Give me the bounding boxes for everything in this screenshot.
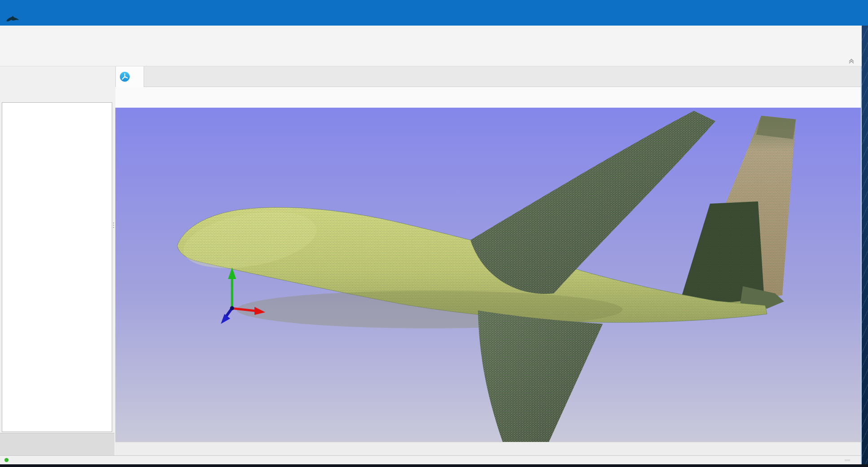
document-tabstrip (115, 66, 862, 87)
cube-icon (5, 438, 19, 451)
viewport-3d[interactable] (115, 108, 862, 442)
project-panel-header (0, 66, 114, 82)
tab-3d-view[interactable] (115, 66, 144, 87)
wing-port (478, 310, 603, 442)
screen-bottom-edge (0, 464, 868, 467)
aircraft-model (115, 108, 862, 442)
tree-filter-toolbar (0, 82, 114, 100)
wing-starboard (470, 111, 715, 294)
panel-resize-grip[interactable] (113, 221, 114, 229)
menubar (0, 12, 868, 26)
statusbar (0, 455, 862, 464)
system-message-bar (115, 442, 862, 455)
viewport-toolbar (115, 87, 862, 108)
project-tree (2, 102, 112, 432)
status-dot-icon (4, 458, 9, 462)
project-panel (0, 66, 114, 455)
3d-axis-icon (119, 71, 130, 82)
layout-toggle-icons (845, 459, 850, 461)
ribbon (0, 26, 862, 66)
main-content (115, 66, 862, 455)
app-logo-bird-icon (0, 12, 25, 26)
project-panel-bottom-tab[interactable] (0, 433, 114, 455)
ribbon-collapse-button[interactable] (847, 57, 855, 64)
fuselage (177, 203, 767, 328)
titlebar (0, 0, 868, 12)
desktop-wallpaper-strip (862, 26, 868, 464)
